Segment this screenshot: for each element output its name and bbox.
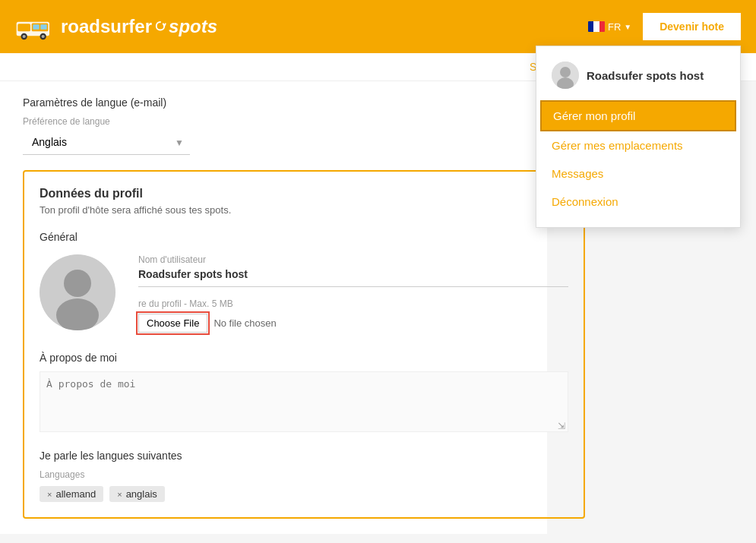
loop-icon: [153, 20, 167, 33]
language-tag-de: × allemand: [40, 486, 103, 502]
dropdown-username: Roadsufer spots host: [587, 69, 704, 82]
dropdown-menu: Roadsufer spots host Gérer mon profil Gé…: [536, 46, 741, 228]
general-label: Général: [40, 231, 568, 243]
about-section: À propos de moi ⇲: [40, 352, 568, 434]
username-label: Nom d'utilisateur: [138, 254, 568, 265]
profile-card-title: Données du profil: [40, 187, 568, 200]
languages-label: Languages: [40, 469, 568, 480]
language-tag-en: × anglais: [109, 486, 165, 502]
svg-point-10: [64, 270, 91, 297]
svg-rect-7: [33, 24, 39, 30]
logo-text: roadsurfer spots: [61, 16, 217, 37]
svg-point-13: [560, 67, 571, 77]
lang-section-title: Paramètres de langue (e-mail): [23, 96, 524, 109]
language-select-container: Anglais ▼: [23, 130, 190, 155]
svg-point-11: [56, 298, 99, 330]
dropdown-manage-locations[interactable]: Gérer mes emplacements: [536, 131, 740, 159]
about-label: À propos de moi: [40, 352, 568, 364]
svg-rect-8: [40, 24, 46, 30]
about-textarea[interactable]: [40, 371, 568, 432]
profile-card-subtitle: Ton profil d'hôte sera affiché sous tes …: [40, 204, 568, 216]
dropdown-user: Roadsufer spots host: [536, 58, 740, 100]
file-upload-label: re du profil - Max. 5 MB: [138, 298, 568, 309]
profile-general: Nom d'utilisateur Roadsufer spots host r…: [40, 254, 568, 333]
choose-file-button[interactable]: Choose File: [138, 314, 207, 333]
language-select[interactable]: Anglais: [23, 130, 190, 155]
svg-point-6: [42, 34, 45, 37]
dropdown-avatar-icon: [552, 62, 579, 89]
language-section: Paramètres de langue (e-mail) Préférence…: [23, 96, 524, 155]
languages-title: Je parle les langues suivantes: [40, 450, 568, 462]
dropdown-avatar: [552, 62, 579, 89]
main-content: Paramètres de langue (e-mail) Préférence…: [0, 81, 547, 534]
svg-rect-1: [17, 24, 30, 31]
fr-language-selector[interactable]: FR ▼: [588, 21, 631, 33]
dropdown-messages[interactable]: Messages: [536, 159, 740, 188]
profile-fields: Nom d'utilisateur Roadsufer spots host r…: [138, 254, 568, 333]
language-tags: × allemand × anglais: [40, 486, 568, 502]
dropdown-arrow-icon: ▼: [624, 23, 631, 31]
file-upload-container: Choose File No file chosen: [138, 314, 568, 333]
tag-close-de[interactable]: ×: [47, 490, 52, 499]
no-file-text: No file chosen: [214, 317, 276, 329]
avatar-silhouette: [40, 254, 115, 330]
tag-label-en: anglais: [126, 488, 157, 500]
svg-point-5: [23, 34, 26, 37]
tag-label-de: allemand: [55, 488, 96, 500]
avatar: [40, 254, 115, 330]
username-value: Roadsufer spots host: [138, 268, 568, 287]
profile-card: Données du profil Ton profil d'hôte sera…: [23, 170, 585, 519]
tag-close-en[interactable]: ×: [117, 490, 122, 499]
logo-container: roadsurfer spots: [15, 14, 217, 40]
lang-pref-label: Préférence de langue: [23, 116, 524, 127]
dropdown-logout[interactable]: Déconnexion: [536, 188, 740, 216]
dropdown-manage-profile[interactable]: Gérer mon profil: [540, 100, 736, 131]
resize-handle-icon: ⇲: [558, 421, 565, 431]
about-textarea-container: ⇲: [40, 371, 568, 434]
languages-section: Je parle les langues suivantes Languages…: [40, 450, 568, 502]
fr-flag-icon: [588, 21, 605, 32]
header-right: FR ▼ Devenir hote: [588, 13, 741, 40]
devenir-hote-button[interactable]: Devenir hote: [643, 13, 741, 40]
van-icon: [15, 14, 53, 40]
